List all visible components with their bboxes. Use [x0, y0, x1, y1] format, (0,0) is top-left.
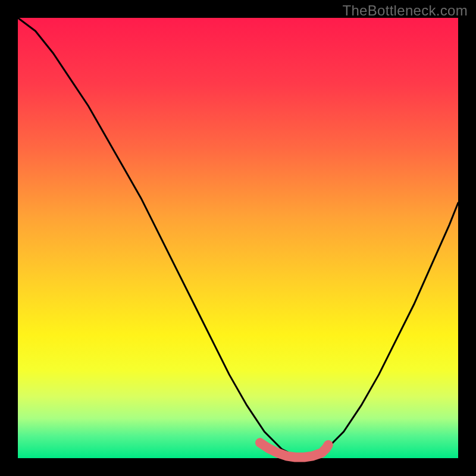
chart-container: TheBottleneck.com [0, 0, 476, 476]
plot-background [18, 18, 458, 458]
chart-svg [0, 0, 476, 476]
watermark-text: TheBottleneck.com [342, 2, 468, 19]
